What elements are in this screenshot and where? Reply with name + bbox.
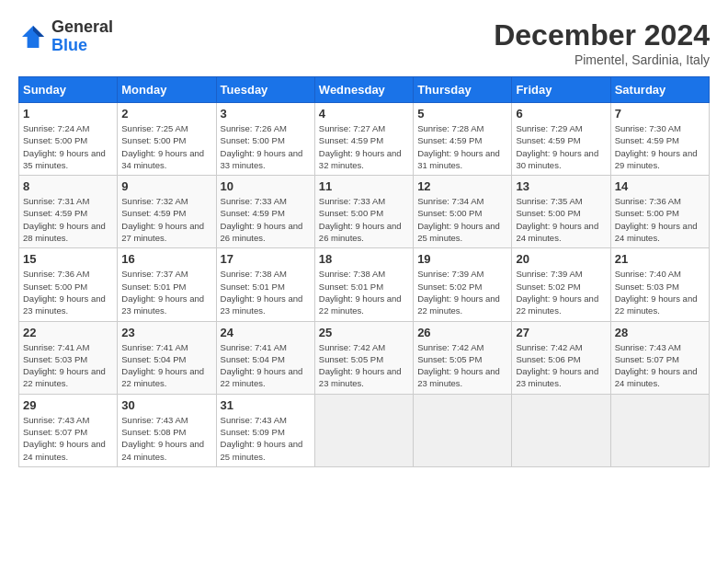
logo-text: General Blue — [51, 18, 113, 55]
column-header-sunday: Sunday — [19, 77, 118, 103]
day-info: Sunrise: 7:35 AM Sunset: 5:00 PM Dayligh… — [516, 195, 606, 244]
calendar-cell: 17 Sunrise: 7:38 AM Sunset: 5:01 PM Dayl… — [216, 248, 314, 321]
calendar-cell: 22 Sunrise: 7:41 AM Sunset: 5:03 PM Dayl… — [19, 321, 118, 394]
calendar-row-week-4: 22 Sunrise: 7:41 AM Sunset: 5:03 PM Dayl… — [19, 321, 710, 394]
column-header-wednesday: Wednesday — [314, 77, 413, 103]
page-header: General Blue December 2024 Pimentel, Sar… — [18, 18, 710, 67]
column-header-tuesday: Tuesday — [216, 77, 314, 103]
calendar-cell: 29 Sunrise: 7:43 AM Sunset: 5:07 PM Dayl… — [19, 394, 118, 466]
calendar-cell: 20 Sunrise: 7:39 AM Sunset: 5:02 PM Dayl… — [512, 248, 610, 321]
day-number: 18 — [319, 252, 409, 266]
day-info: Sunrise: 7:41 AM Sunset: 5:04 PM Dayligh… — [121, 341, 211, 390]
calendar-cell: 24 Sunrise: 7:41 AM Sunset: 5:04 PM Dayl… — [216, 321, 314, 394]
calendar-cell — [610, 394, 709, 466]
day-info: Sunrise: 7:32 AM Sunset: 4:59 PM Dayligh… — [121, 195, 211, 244]
calendar-cell: 21 Sunrise: 7:40 AM Sunset: 5:03 PM Dayl… — [610, 248, 709, 321]
day-number: 28 — [615, 326, 705, 339]
calendar-cell: 9 Sunrise: 7:32 AM Sunset: 4:59 PM Dayli… — [118, 176, 216, 248]
day-info: Sunrise: 7:37 AM Sunset: 5:01 PM Dayligh… — [121, 268, 211, 316]
calendar-row-week-3: 15 Sunrise: 7:36 AM Sunset: 5:00 PM Dayl… — [19, 248, 710, 321]
calendar-cell: 25 Sunrise: 7:42 AM Sunset: 5:05 PM Dayl… — [314, 321, 413, 394]
day-number: 12 — [417, 179, 507, 193]
logo-icon — [18, 22, 48, 52]
calendar-cell: 16 Sunrise: 7:37 AM Sunset: 5:01 PM Dayl… — [118, 248, 216, 321]
calendar-cell: 19 Sunrise: 7:39 AM Sunset: 5:02 PM Dayl… — [414, 248, 512, 321]
day-number: 31 — [221, 398, 311, 412]
day-number: 2 — [121, 107, 211, 121]
day-number: 7 — [615, 107, 705, 121]
day-info: Sunrise: 7:42 AM Sunset: 5:06 PM Dayligh… — [516, 341, 606, 390]
day-info: Sunrise: 7:29 AM Sunset: 4:59 PM Dayligh… — [516, 122, 606, 171]
column-header-thursday: Thursday — [414, 77, 512, 103]
calendar-row-week-1: 1 Sunrise: 7:24 AM Sunset: 5:00 PM Dayli… — [19, 103, 710, 176]
day-number: 10 — [221, 179, 311, 193]
calendar-cell: 8 Sunrise: 7:31 AM Sunset: 4:59 PM Dayli… — [19, 176, 118, 248]
day-info: Sunrise: 7:25 AM Sunset: 5:00 PM Dayligh… — [121, 122, 211, 171]
calendar-cell: 1 Sunrise: 7:24 AM Sunset: 5:00 PM Dayli… — [19, 103, 118, 176]
day-info: Sunrise: 7:34 AM Sunset: 5:00 PM Dayligh… — [417, 195, 507, 244]
day-number: 25 — [319, 326, 409, 339]
calendar-cell: 13 Sunrise: 7:35 AM Sunset: 5:00 PM Dayl… — [512, 176, 610, 248]
column-header-monday: Monday — [118, 77, 216, 103]
day-info: Sunrise: 7:41 AM Sunset: 5:03 PM Dayligh… — [23, 341, 113, 390]
day-number: 24 — [221, 326, 311, 339]
title-block: December 2024 Pimentel, Sardinia, Italy — [494, 18, 710, 67]
calendar-cell: 30 Sunrise: 7:43 AM Sunset: 5:08 PM Dayl… — [118, 394, 216, 466]
day-number: 17 — [221, 252, 311, 266]
calendar-cell: 14 Sunrise: 7:36 AM Sunset: 5:00 PM Dayl… — [610, 176, 709, 248]
day-info: Sunrise: 7:43 AM Sunset: 5:07 PM Dayligh… — [615, 341, 705, 390]
column-header-friday: Friday — [512, 77, 610, 103]
calendar-header-row: SundayMondayTuesdayWednesdayThursdayFrid… — [19, 77, 710, 103]
day-number: 1 — [23, 107, 113, 121]
day-number: 27 — [516, 326, 606, 339]
day-info: Sunrise: 7:38 AM Sunset: 5:01 PM Dayligh… — [221, 268, 311, 316]
calendar-cell: 28 Sunrise: 7:43 AM Sunset: 5:07 PM Dayl… — [610, 321, 709, 394]
day-number: 4 — [319, 107, 409, 121]
day-number: 5 — [417, 107, 507, 121]
day-info: Sunrise: 7:30 AM Sunset: 4:59 PM Dayligh… — [615, 122, 705, 171]
calendar-row-week-2: 8 Sunrise: 7:31 AM Sunset: 4:59 PM Dayli… — [19, 176, 710, 248]
calendar-cell — [414, 394, 512, 466]
calendar-cell: 10 Sunrise: 7:33 AM Sunset: 4:59 PM Dayl… — [216, 176, 314, 248]
month-title: December 2024 — [494, 18, 710, 52]
day-info: Sunrise: 7:33 AM Sunset: 4:59 PM Dayligh… — [221, 195, 311, 244]
day-number: 6 — [516, 107, 606, 121]
day-info: Sunrise: 7:36 AM Sunset: 5:00 PM Dayligh… — [615, 195, 705, 244]
logo: General Blue — [18, 18, 113, 55]
day-info: Sunrise: 7:43 AM Sunset: 5:08 PM Dayligh… — [121, 414, 211, 463]
calendar-cell: 31 Sunrise: 7:43 AM Sunset: 5:09 PM Dayl… — [216, 394, 314, 466]
day-info: Sunrise: 7:42 AM Sunset: 5:05 PM Dayligh… — [319, 341, 409, 390]
day-number: 30 — [121, 398, 211, 412]
calendar-cell: 15 Sunrise: 7:36 AM Sunset: 5:00 PM Dayl… — [19, 248, 118, 321]
day-info: Sunrise: 7:26 AM Sunset: 5:00 PM Dayligh… — [221, 122, 311, 171]
day-info: Sunrise: 7:31 AM Sunset: 4:59 PM Dayligh… — [23, 195, 113, 244]
day-number: 21 — [615, 252, 705, 266]
calendar-cell — [314, 394, 413, 466]
calendar-cell: 27 Sunrise: 7:42 AM Sunset: 5:06 PM Dayl… — [512, 321, 610, 394]
day-number: 20 — [516, 252, 606, 266]
calendar-cell: 12 Sunrise: 7:34 AM Sunset: 5:00 PM Dayl… — [414, 176, 512, 248]
day-number: 19 — [417, 252, 507, 266]
calendar-cell — [512, 394, 610, 466]
day-number: 26 — [417, 326, 507, 339]
calendar-cell: 26 Sunrise: 7:42 AM Sunset: 5:05 PM Dayl… — [414, 321, 512, 394]
day-info: Sunrise: 7:43 AM Sunset: 5:09 PM Dayligh… — [221, 414, 311, 463]
day-number: 29 — [23, 398, 113, 412]
day-number: 15 — [23, 252, 113, 266]
day-number: 14 — [615, 179, 705, 193]
day-info: Sunrise: 7:39 AM Sunset: 5:02 PM Dayligh… — [516, 268, 606, 316]
calendar-cell: 7 Sunrise: 7:30 AM Sunset: 4:59 PM Dayli… — [610, 103, 709, 176]
calendar-cell: 6 Sunrise: 7:29 AM Sunset: 4:59 PM Dayli… — [512, 103, 610, 176]
calendar-cell: 11 Sunrise: 7:33 AM Sunset: 5:00 PM Dayl… — [314, 176, 413, 248]
calendar-cell: 18 Sunrise: 7:38 AM Sunset: 5:01 PM Dayl… — [314, 248, 413, 321]
day-number: 22 — [23, 326, 113, 339]
day-info: Sunrise: 7:42 AM Sunset: 5:05 PM Dayligh… — [417, 341, 507, 390]
day-info: Sunrise: 7:39 AM Sunset: 5:02 PM Dayligh… — [417, 268, 507, 316]
day-info: Sunrise: 7:33 AM Sunset: 5:00 PM Dayligh… — [319, 195, 409, 244]
calendar-row-week-5: 29 Sunrise: 7:43 AM Sunset: 5:07 PM Dayl… — [19, 394, 710, 466]
calendar-table: SundayMondayTuesdayWednesdayThursdayFrid… — [18, 76, 710, 467]
calendar-cell: 4 Sunrise: 7:27 AM Sunset: 4:59 PM Dayli… — [314, 103, 413, 176]
calendar-cell: 3 Sunrise: 7:26 AM Sunset: 5:00 PM Dayli… — [216, 103, 314, 176]
day-number: 8 — [23, 179, 113, 193]
day-number: 23 — [121, 326, 211, 339]
